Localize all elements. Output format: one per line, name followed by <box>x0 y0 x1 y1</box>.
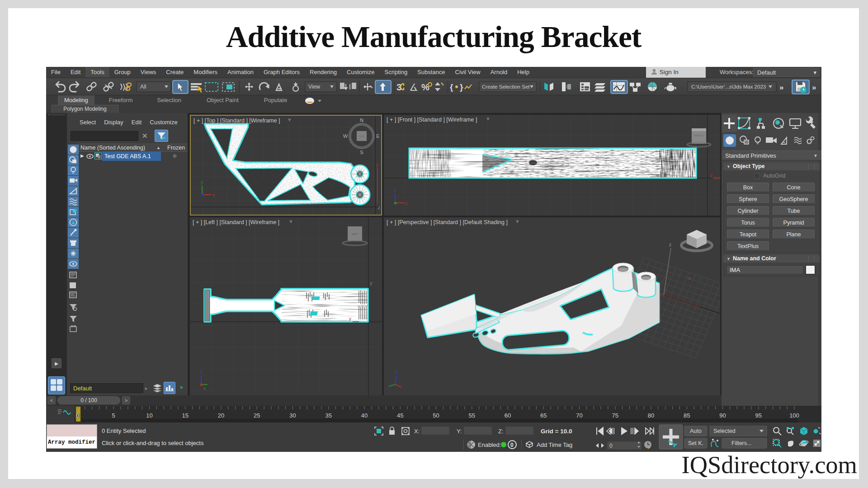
svg-text:z: z <box>370 281 372 286</box>
svg-text:View: View <box>308 84 320 90</box>
svg-text:z: z <box>200 370 202 375</box>
svg-text:10: 10 <box>146 412 152 419</box>
svg-text:80: 80 <box>648 412 654 419</box>
svg-text:Create Selection Set: Create Selection Set <box>482 84 530 89</box>
svg-text:Enabled:: Enabled: <box>478 441 501 448</box>
svg-text:40: 40 <box>361 412 368 419</box>
svg-text:z: z <box>669 242 671 247</box>
svg-text:30: 30 <box>289 412 296 419</box>
svg-text:Grid = 10.0: Grid = 10.0 <box>541 428 572 435</box>
svg-text:60: 60 <box>505 412 511 419</box>
svg-text:Add Time Tag: Add Time Tag <box>537 441 572 448</box>
svg-text:Auto: Auto <box>690 428 702 434</box>
svg-text:»: » <box>812 83 816 92</box>
svg-text:TOP: TOP <box>359 135 364 138</box>
svg-text:0: 0 <box>76 412 79 419</box>
svg-text:z: z <box>378 205 380 210</box>
svg-text:45: 45 <box>397 412 403 419</box>
svg-text:50: 50 <box>433 412 439 419</box>
svg-text:85: 85 <box>684 412 690 419</box>
svg-text:25: 25 <box>254 412 260 419</box>
svg-text:Y:: Y: <box>457 428 462 435</box>
svg-text:0: 0 <box>609 443 613 449</box>
svg-text:Set K.: Set K. <box>688 440 703 446</box>
svg-text:Selected: Selected <box>713 428 736 434</box>
svg-text:FRONT: FRONT <box>694 134 704 137</box>
svg-text:100: 100 <box>789 412 799 419</box>
svg-text:X:: X: <box>414 428 420 435</box>
svg-text:E: E <box>376 133 379 139</box>
svg-text:35: 35 <box>326 412 332 419</box>
svg-text:LEFT: LEFT <box>352 233 359 235</box>
svg-text:Filters...: Filters... <box>731 440 751 446</box>
svg-text:Z:: Z: <box>498 428 504 435</box>
svg-text:0: 0 <box>510 442 514 448</box>
svg-text:90: 90 <box>719 412 726 419</box>
svg-text:95: 95 <box>755 412 762 419</box>
svg-text:70: 70 <box>576 412 582 419</box>
svg-text:x: x <box>212 192 215 197</box>
svg-text:75: 75 <box>612 412 618 419</box>
svg-text:y: y <box>376 162 378 167</box>
svg-text:65: 65 <box>540 412 547 419</box>
svg-text:All: All <box>140 84 146 90</box>
svg-text:15: 15 <box>182 412 189 419</box>
svg-text:{: { <box>450 82 453 92</box>
svg-text:y: y <box>710 173 712 178</box>
svg-text:C:\Users\User'...s\3ds Max 202: C:\Users\User'...s\3ds Max 2023 <box>691 84 766 89</box>
svg-text:y: y <box>349 316 351 321</box>
svg-text:»: » <box>779 83 783 92</box>
svg-text:x: x <box>405 201 407 206</box>
svg-text:z: z <box>395 370 397 375</box>
svg-text:N: N <box>360 117 363 123</box>
svg-text:S: S <box>360 150 363 155</box>
svg-text:z: z <box>394 188 396 193</box>
svg-text:}: } <box>460 82 463 92</box>
svg-text:y: y <box>201 180 203 185</box>
svg-text:55: 55 <box>469 412 475 419</box>
svg-text:W: W <box>343 133 348 139</box>
svg-text:20: 20 <box>218 412 224 419</box>
svg-text:x: x <box>203 386 206 391</box>
svg-text:5: 5 <box>112 412 115 419</box>
svg-text:x: x <box>688 275 691 281</box>
